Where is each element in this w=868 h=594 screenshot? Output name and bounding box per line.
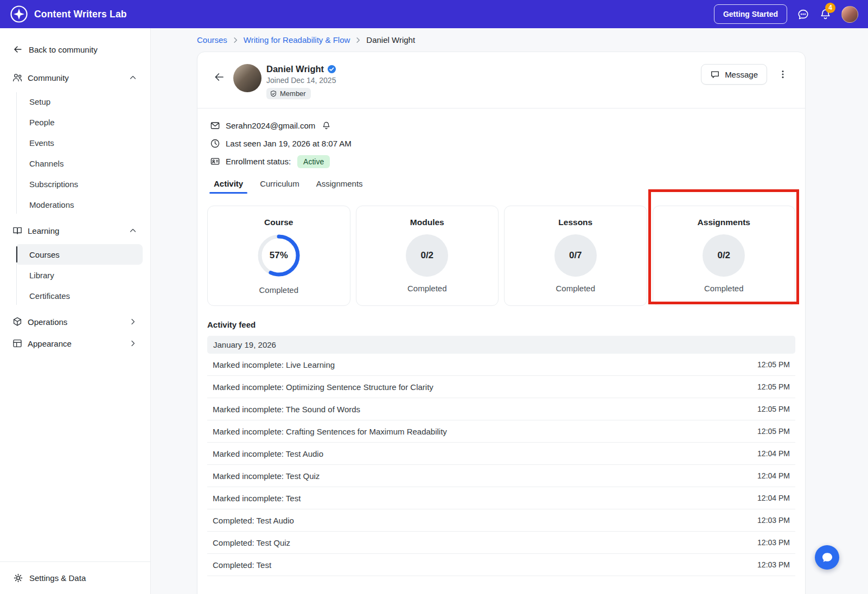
sidebar-item-subscriptions[interactable]: Subscriptions xyxy=(15,174,143,194)
app-root: Content Writers Lab Getting Started 4 xyxy=(0,0,868,594)
sidebar: Back to community Community Setup People… xyxy=(0,28,151,594)
sidebar-section-operations[interactable]: Operations xyxy=(0,312,150,331)
settings-data-button[interactable]: Settings & Data xyxy=(0,561,150,594)
breadcrumb-current: Daniel Wright xyxy=(366,35,415,44)
last-seen-row: Last seen Jan 19, 2026 at 8:07 AM xyxy=(210,135,789,152)
sidebar-item-setup[interactable]: Setup xyxy=(15,91,143,112)
feed-item: Completed: Test Quiz12:03 PM xyxy=(207,532,795,554)
mail-icon xyxy=(210,120,220,131)
brand-logo-icon xyxy=(10,5,28,23)
chevron-up-icon xyxy=(129,226,137,235)
activity-feed-title: Activity feed xyxy=(197,306,805,329)
member-email: Serahn2024@gmail.com xyxy=(226,121,315,130)
chevron-right-icon xyxy=(354,36,362,44)
stat-card-lessons: Lessons 0/7 Completed xyxy=(504,206,647,306)
appearance-icon xyxy=(12,338,23,349)
sidebar-item-certificates[interactable]: Certificates xyxy=(15,285,143,306)
feed-item: Marked incomplete: Crafting Sentences fo… xyxy=(207,420,795,443)
arrow-left-icon xyxy=(13,44,23,54)
message-button[interactable]: Message xyxy=(701,64,767,85)
breadcrumb-course-link[interactable]: Writing for Readability & Flow xyxy=(244,35,350,44)
feed-item: Completed: Test Audio12:03 PM xyxy=(207,509,795,532)
course-progress-value: 57% xyxy=(256,233,302,278)
chevron-right-icon xyxy=(129,317,137,326)
feed-item: Marked incomplete: Test12:04 PM xyxy=(207,487,795,509)
topbar: Content Writers Lab Getting Started 4 xyxy=(0,0,868,28)
clock-icon xyxy=(210,138,220,149)
sidebar-section-learning[interactable]: Learning xyxy=(0,221,150,240)
course-progress-ring: 57% xyxy=(256,233,302,278)
tab-activity[interactable]: Activity xyxy=(214,179,243,194)
verified-badge-icon xyxy=(327,65,336,74)
sidebar-item-events[interactable]: Events xyxy=(15,132,143,153)
back-button[interactable] xyxy=(214,72,225,82)
getting-started-button[interactable]: Getting Started xyxy=(714,4,787,24)
feed-item: Marked incomplete: Live Learning12:05 PM xyxy=(207,354,795,376)
brand[interactable]: Content Writers Lab xyxy=(10,5,127,23)
sidebar-item-people[interactable]: People xyxy=(15,112,143,132)
tab-curriculum[interactable]: Curriculum xyxy=(260,179,299,194)
feed-item: Marked incomplete: Test Audio12:04 PM xyxy=(207,443,795,465)
enrollment-row: Enrollment status: Active xyxy=(210,152,789,170)
assignments-progress-value: 0/2 xyxy=(703,234,745,277)
breadcrumb: Courses Writing for Readability & Flow D… xyxy=(197,28,806,44)
member-name: Daniel Wright xyxy=(266,64,324,74)
learning-icon xyxy=(12,225,23,236)
message-bubble-icon xyxy=(710,69,720,79)
support-chat-fab[interactable] xyxy=(815,545,839,570)
learning-subnav: Courses Library Certificates xyxy=(0,243,150,309)
user-avatar[interactable] xyxy=(841,6,858,23)
member-avatar xyxy=(233,64,261,92)
sidebar-section-appearance[interactable]: Appearance xyxy=(0,334,150,353)
shield-check-icon xyxy=(270,90,277,98)
sidebar-item-moderations[interactable]: Moderations xyxy=(15,194,143,215)
brand-name: Content Writers Lab xyxy=(34,9,127,20)
lessons-progress-value: 0/7 xyxy=(554,234,597,277)
chevron-right-icon xyxy=(129,339,137,348)
chevron-up-icon xyxy=(129,73,137,82)
modules-progress-value: 0/2 xyxy=(406,234,448,277)
stats-row: Course 57% Completed Modules 0/2 xyxy=(197,194,805,306)
notifications-bell-icon[interactable]: 4 xyxy=(819,8,832,21)
more-options-button[interactable] xyxy=(776,67,790,81)
operations-icon xyxy=(12,316,23,327)
feed-item: Marked incomplete: Optimizing Sentence S… xyxy=(207,376,795,398)
gear-icon xyxy=(13,573,23,583)
feed-item: Marked incomplete: Test Quiz12:04 PM xyxy=(207,465,795,487)
id-card-icon xyxy=(210,156,220,167)
main-area: Courses Writing for Readability & Flow D… xyxy=(151,28,868,594)
member-detail-card: Daniel Wright Joined Dec 14, 2025 xyxy=(197,52,806,594)
tab-assignments[interactable]: Assignments xyxy=(316,179,363,194)
back-to-community-link[interactable]: Back to community xyxy=(0,44,150,54)
enrollment-status-badge: Active xyxy=(297,155,330,168)
last-seen-text: Last seen Jan 19, 2026 at 8:07 AM xyxy=(226,139,352,148)
email-notification-bell-icon[interactable] xyxy=(322,121,331,130)
enrollment-label: Enrollment status: xyxy=(226,157,291,166)
community-subnav: Setup People Events Channels Subscriptio… xyxy=(0,90,150,218)
sidebar-section-community[interactable]: Community xyxy=(0,68,150,87)
stat-card-assignments: Assignments 0/2 Completed xyxy=(653,206,796,306)
member-joined-date: Joined Dec 14, 2025 xyxy=(266,76,336,85)
activity-feed-list: Marked incomplete: Live Learning12:05 PM… xyxy=(207,354,795,576)
feed-item: Completed: Test12:03 PM xyxy=(207,554,795,576)
feed-date-header: January 19, 2026 xyxy=(207,336,795,354)
member-role-badge: Member xyxy=(266,88,311,99)
breadcrumb-courses-link[interactable]: Courses xyxy=(197,35,227,44)
community-icon xyxy=(12,72,23,83)
profile-tabs: Activity Curriculum Assignments xyxy=(197,170,805,194)
email-row: Serahn2024@gmail.com xyxy=(210,117,789,135)
notification-count-badge: 4 xyxy=(825,3,835,13)
stat-card-course: Course 57% Completed xyxy=(207,206,350,306)
chevron-right-icon xyxy=(232,36,239,44)
feed-item: Marked incomplete: The Sound of Words12:… xyxy=(207,398,795,420)
sidebar-item-library[interactable]: Library xyxy=(15,265,143,285)
sidebar-item-courses[interactable]: Courses xyxy=(15,244,143,265)
chat-messages-icon[interactable] xyxy=(797,8,809,21)
sidebar-item-channels[interactable]: Channels xyxy=(15,153,143,174)
stat-card-modules: Modules 0/2 Completed xyxy=(356,206,499,306)
